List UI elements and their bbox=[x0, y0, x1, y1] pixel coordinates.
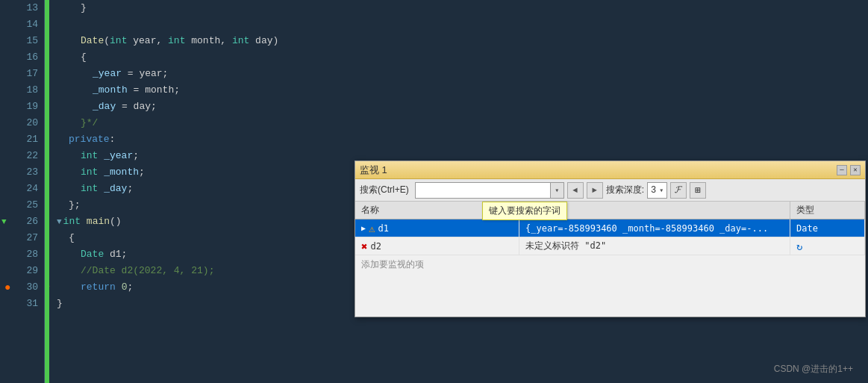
line-num-18: 18 bbox=[0, 82, 44, 99]
code-line-19: _day = day; bbox=[57, 99, 868, 115]
line-num-19: 19 bbox=[0, 99, 44, 115]
watch-title-controls: ─ ✕ bbox=[837, 165, 861, 175]
watch-title-bar: 监视 1 ─ ✕ bbox=[355, 161, 865, 179]
depth-select[interactable]: 3 ▾ bbox=[647, 182, 667, 199]
line-num-15: 15 bbox=[0, 33, 44, 49]
code-line-20: }*/ bbox=[57, 115, 868, 131]
table-row-d2[interactable]: ✖ d2 未定义标识符 "d2" ↻ bbox=[355, 237, 865, 255]
line-num-25: 25 bbox=[0, 197, 44, 214]
watch-table: 名称 值 类型 ▶ ⚠ d1 {_year=-858993460 _month=… bbox=[355, 202, 865, 317]
line-num-20: 20 bbox=[0, 115, 44, 131]
line-num-23: 23 bbox=[0, 164, 44, 181]
watch-close-button[interactable]: ✕ bbox=[850, 165, 861, 175]
watch-toolbar: 搜索(Ctrl+E) ▾ ◄ ► 搜索深度: 3 ▾ 𝓕 ⊞ 键入要搜索的字词 bbox=[355, 179, 865, 202]
td-d1-value: {_year=-858993460 _month=-858993460 _day… bbox=[519, 219, 790, 237]
code-line-21: private: bbox=[57, 131, 868, 148]
search-tooltip: 键入要搜索的字词 bbox=[482, 202, 567, 220]
search-label: 搜索(Ctrl+E) bbox=[360, 184, 409, 196]
nav-back-button[interactable]: ◄ bbox=[567, 182, 584, 199]
watch-minimize-button[interactable]: ─ bbox=[837, 165, 847, 175]
code-line-16: { bbox=[57, 49, 868, 66]
toolbar-columns-icon[interactable]: ⊞ bbox=[690, 182, 706, 199]
line-num-30: 30 bbox=[0, 279, 44, 296]
td-d1-type: Date bbox=[790, 219, 865, 237]
depth-label: 搜索深度: bbox=[606, 184, 644, 196]
line-num-26: ▼26 bbox=[0, 214, 44, 230]
search-box[interactable]: ▾ bbox=[415, 182, 564, 199]
td-d2-type: ↻ bbox=[790, 237, 865, 255]
line-num-17: 17 bbox=[0, 66, 44, 82]
table-header: 名称 值 类型 bbox=[355, 202, 865, 219]
line-num-29: 29 bbox=[0, 263, 44, 279]
table-body: ▶ ⚠ d1 {_year=-858993460 _month=-8589934… bbox=[355, 219, 865, 317]
csdn-watermark: CSDN @进击的1++ bbox=[774, 363, 853, 376]
d1-warning-icon: ⚠ bbox=[369, 222, 375, 234]
line-num-27: 27 bbox=[0, 230, 44, 246]
line-numbers: 13 14 15 16 17 18 19 20 21 22 23 24 25 ▼… bbox=[0, 0, 45, 383]
code-line-17: _year = year; bbox=[57, 66, 868, 82]
th-type: 类型 bbox=[790, 202, 865, 219]
td-d2-value: 未定义标识符 "d2" bbox=[519, 237, 790, 255]
toolbar-filter-icon[interactable]: 𝓕 bbox=[670, 182, 687, 199]
line-num-24: 24 bbox=[0, 181, 44, 197]
nav-forward-button[interactable]: ► bbox=[587, 182, 603, 199]
line-num-14: 14 bbox=[0, 16, 44, 33]
line-num-16: 16 bbox=[0, 49, 44, 66]
td-d2-name: ✖ d2 bbox=[355, 237, 519, 255]
watch-window: 监视 1 ─ ✕ 搜索(Ctrl+E) ▾ ◄ ► 搜索深度: 3 ▾ 𝓕 ⊞ … bbox=[355, 161, 866, 317]
add-watch-row[interactable]: 添加要监视的项 bbox=[355, 255, 865, 274]
d2-error-icon: ✖ bbox=[361, 240, 367, 252]
search-input[interactable] bbox=[416, 185, 550, 196]
line-num-22: 22 bbox=[0, 148, 44, 164]
line-num-28: 28 bbox=[0, 246, 44, 263]
line-num-31: 31 bbox=[0, 296, 44, 312]
depth-value: 3 bbox=[651, 185, 656, 196]
code-line-18: _month = month; bbox=[57, 82, 868, 99]
code-line-15: Date(int year, int month, int day) bbox=[57, 33, 868, 49]
code-line-13: } bbox=[57, 0, 868, 16]
td-d1-name: ▶ ⚠ d1 bbox=[355, 219, 519, 237]
d2-refresh-icon[interactable]: ↻ bbox=[796, 240, 802, 252]
depth-dropdown-icon[interactable]: ▾ bbox=[659, 186, 664, 195]
code-line-14 bbox=[57, 16, 868, 33]
row-expand-arrow[interactable]: ▶ bbox=[361, 224, 366, 232]
search-dropdown-button[interactable]: ▾ bbox=[550, 183, 563, 198]
watch-title: 监视 1 bbox=[360, 164, 387, 177]
table-row-d1[interactable]: ▶ ⚠ d1 {_year=-858993460 _month=-8589934… bbox=[355, 219, 865, 237]
line-num-21: 21 bbox=[0, 131, 44, 148]
collapse-arrow-26[interactable]: ▼ bbox=[57, 214, 62, 230]
line-num-13: 13 bbox=[0, 0, 44, 16]
